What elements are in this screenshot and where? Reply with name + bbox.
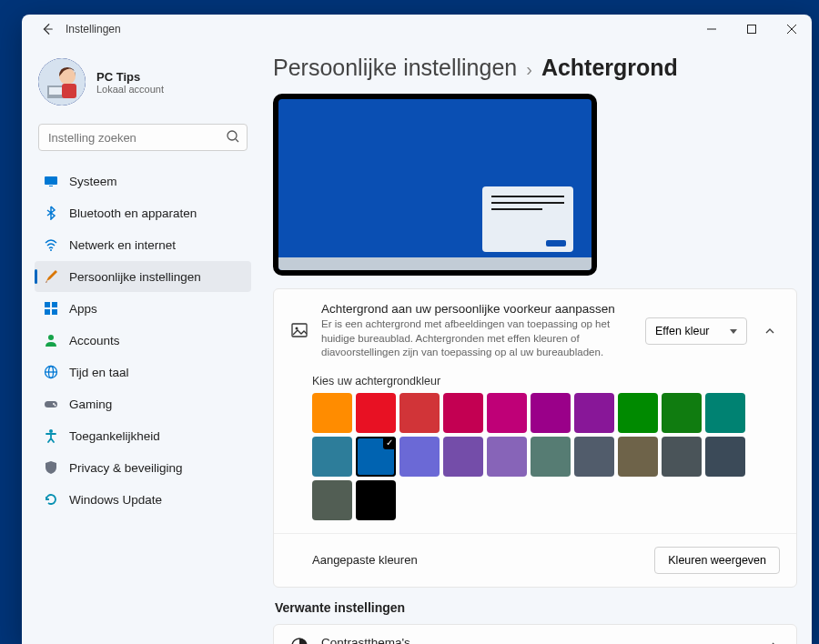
settings-window: Instellingen PC Tips Lokaal account Sy: [22, 15, 812, 644]
user-profile[interactable]: PC Tips Lokaal account: [35, 49, 251, 122]
sidebar-item-person[interactable]: Accounts: [35, 325, 251, 356]
minimize-button[interactable]: [692, 15, 732, 44]
color-swatch[interactable]: [705, 437, 745, 477]
color-swatch[interactable]: [443, 393, 483, 433]
svg-point-10: [228, 131, 237, 140]
color-swatch[interactable]: [356, 437, 396, 477]
contrast-themes-link[interactable]: Contrastthema's Kleurenthema's voor slec…: [273, 624, 797, 644]
svg-point-24: [53, 403, 55, 405]
color-swatch[interactable]: [487, 393, 527, 433]
back-button[interactable]: [35, 16, 60, 42]
sidebar-item-apps[interactable]: Apps: [35, 293, 251, 324]
sidebar-item-label: Gaming: [69, 397, 112, 411]
color-swatch[interactable]: [574, 393, 614, 433]
color-swatch[interactable]: [705, 393, 745, 433]
apps-icon: [44, 301, 58, 316]
shield-icon: [44, 460, 58, 475]
color-swatch[interactable]: [531, 393, 571, 433]
color-swatch[interactable]: [356, 480, 396, 520]
breadcrumb-current: Achtergrond: [541, 55, 678, 81]
custom-colors-label: Aangepaste kleuren: [312, 553, 418, 567]
color-swatch[interactable]: [443, 437, 483, 477]
preview-window: [482, 186, 573, 252]
sidebar-item-bluetooth[interactable]: Bluetooth en apparaten: [35, 197, 251, 228]
svg-rect-2: [748, 25, 756, 34]
breadcrumb: Persoonlijke instellingen › Achtergrond: [273, 55, 797, 81]
color-swatch[interactable]: [618, 437, 658, 477]
sidebar-item-update[interactable]: Windows Update: [35, 484, 251, 515]
sidebar-item-label: Netwerk en internet: [69, 238, 176, 252]
brush-icon: [44, 269, 58, 284]
display-icon: [44, 174, 58, 188]
sidebar-item-accessibility[interactable]: Toegankelijkheid: [35, 420, 251, 451]
sidebar-item-display[interactable]: Systeem: [35, 166, 251, 196]
svg-rect-9: [62, 84, 76, 98]
svg-rect-18: [52, 309, 57, 315]
related-heading: Verwante instellingen: [275, 600, 797, 615]
sidebar-item-globe[interactable]: Tijd en taal: [35, 357, 251, 387]
color-swatch[interactable]: [312, 437, 352, 477]
color-swatch[interactable]: [487, 437, 527, 477]
person-icon: [44, 333, 58, 347]
maximize-icon: [747, 25, 756, 34]
sidebar-item-shield[interactable]: Privacy & beveiliging: [35, 452, 251, 483]
svg-point-14: [50, 249, 52, 251]
svg-rect-27: [292, 324, 307, 337]
color-swatch[interactable]: [399, 437, 440, 477]
chevron-right-icon: [769, 639, 780, 644]
svg-point-25: [55, 405, 56, 407]
search-icon: [226, 129, 240, 147]
svg-point-26: [49, 429, 53, 433]
window-title: Instellingen: [66, 23, 121, 35]
wifi-icon: [44, 237, 58, 252]
svg-rect-13: [49, 186, 53, 186]
close-button[interactable]: [772, 15, 812, 44]
sidebar-item-label: Toegankelijkheid: [69, 429, 160, 443]
color-swatch[interactable]: [356, 393, 396, 433]
color-label: Kies uw achtergrondkleur: [312, 375, 780, 387]
chevron-right-icon: ›: [526, 59, 532, 80]
svg-rect-12: [45, 176, 57, 185]
color-swatch[interactable]: [312, 480, 352, 520]
sidebar-item-label: Privacy & beveiliging: [69, 461, 183, 475]
breadcrumb-parent[interactable]: Persoonlijke instellingen: [273, 55, 517, 81]
sidebar-item-label: Persoonlijke instellingen: [69, 270, 201, 284]
sidebar-item-label: Accounts: [69, 334, 120, 347]
background-card: Achtergrond aan uw persoonlijke voorkeur…: [273, 288, 797, 588]
svg-rect-16: [52, 302, 57, 307]
show-colors-button[interactable]: Kleuren weergeven: [654, 547, 780, 574]
color-swatch[interactable]: [312, 393, 352, 433]
color-swatch[interactable]: [662, 393, 702, 433]
svg-point-28: [296, 327, 298, 329]
svg-rect-17: [45, 309, 50, 315]
color-swatch[interactable]: [618, 393, 658, 433]
sidebar-item-gamepad[interactable]: Gaming: [35, 388, 251, 419]
contrast-icon: [290, 637, 308, 644]
sidebar-item-brush[interactable]: Persoonlijke instellingen: [35, 261, 251, 292]
color-swatch[interactable]: [574, 437, 614, 477]
close-icon: [787, 25, 796, 34]
collapse-button[interactable]: [760, 326, 780, 337]
search-input[interactable]: [38, 124, 248, 151]
globe-icon: [44, 365, 58, 379]
titlebar: Instellingen: [22, 15, 812, 44]
avatar: [38, 58, 86, 106]
color-grid: [312, 393, 749, 520]
color-swatch[interactable]: [662, 437, 702, 477]
image-icon: [290, 321, 308, 343]
user-name: PC Tips: [96, 70, 164, 84]
sidebar: PC Tips Lokaal account SysteemBluetooth …: [35, 49, 258, 644]
svg-rect-23: [45, 401, 57, 408]
sidebar-item-wifi[interactable]: Netwerk en internet: [35, 229, 251, 260]
color-swatch[interactable]: [399, 393, 440, 433]
svg-point-19: [48, 335, 54, 340]
gamepad-icon: [44, 397, 58, 411]
maximize-button[interactable]: [732, 15, 772, 44]
sidebar-item-label: Tijd en taal: [69, 366, 129, 379]
bg-card-desc: Er is een achtergrond met afbeeldingen v…: [321, 317, 622, 360]
color-swatch[interactable]: [531, 437, 571, 477]
background-type-dropdown[interactable]: Effen kleur: [645, 317, 747, 345]
svg-rect-15: [45, 302, 50, 307]
content-area[interactable]: Persoonlijke instellingen › Achtergrond: [258, 49, 803, 644]
sidebar-item-label: Bluetooth en apparaten: [69, 206, 197, 220]
